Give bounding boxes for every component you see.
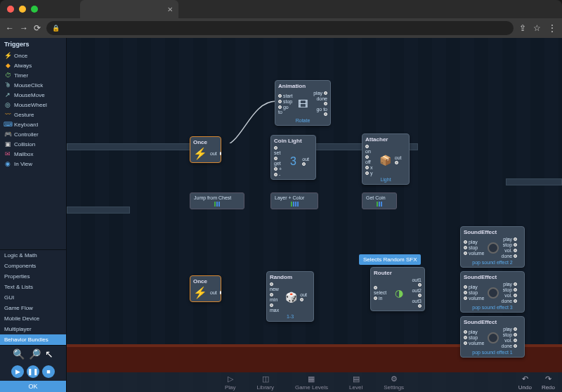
undo-button[interactable]: ↶Undo	[518, 374, 532, 391]
redo-button[interactable]: ↷Redo	[542, 374, 555, 391]
menu-icon[interactable]: ⋮	[548, 23, 556, 33]
animation-icon: 🎞	[296, 97, 309, 111]
sidebar-item-label: Always	[14, 63, 32, 69]
trigger-icon: ✉	[4, 150, 11, 157]
tab-close-icon[interactable]: ✕	[167, 6, 173, 13]
node-footer: pop sound effect 1	[464, 350, 521, 355]
sidebar-item-timer[interactable]: ⏱Timer	[0, 70, 66, 80]
sidebar-item-controller[interactable]: 🎮Controller	[0, 129, 66, 139]
sidebar-item-label: Controller	[14, 131, 39, 138]
category-item[interactable]: Text & Lists	[0, 282, 66, 292]
trigger-icon: 🎮	[4, 131, 11, 138]
trigger-icon: ◉	[4, 160, 11, 167]
comment-node[interactable]: Selects Random SFX	[359, 254, 421, 265]
titlebar: ✕	[0, 0, 562, 18]
play-icon: ▷	[228, 374, 233, 384]
node-coin-light[interactable]: Coin Light set get + - 3 out	[270, 135, 316, 180]
cursor-icon[interactable]: ↖	[45, 348, 53, 360]
levels-icon: ▦	[308, 374, 315, 384]
node-sound-effect[interactable]: SoundEffect play stop volumeplay stop vo…	[460, 271, 525, 313]
browser-tab[interactable]: ✕	[80, 0, 178, 18]
category-item[interactable]: Logic & Math	[0, 250, 66, 261]
ok-button[interactable]: OK	[0, 381, 66, 392]
sidebar-item-mailbox[interactable]: ✉Mailbox	[0, 149, 66, 159]
category-item[interactable]: Properties	[0, 271, 66, 282]
zoom-tools: 🔍 🔎 ↖	[0, 345, 66, 362]
reload-icon[interactable]: ⟳	[34, 23, 41, 33]
node-animation[interactable]: Animation start stop go to 🎞 play done g…	[275, 80, 331, 126]
node-title: Once	[193, 139, 218, 145]
maximize-window-icon[interactable]	[31, 6, 38, 13]
bb-library[interactable]: ◫Library	[256, 374, 273, 391]
browser-toolbar: ← → ⟳ 🔒 ⇪ ☆ ⋮	[0, 18, 562, 38]
category-item[interactable]: Components	[0, 261, 66, 271]
trigger-icon: ↗	[4, 91, 11, 98]
bb-levels[interactable]: ▦Game Levels	[295, 374, 328, 391]
node-get-coin[interactable]: Get Coin	[362, 192, 397, 209]
star-icon[interactable]: ☆	[533, 23, 541, 33]
traffic-lights	[7, 6, 38, 13]
router-icon: ◑	[393, 286, 405, 300]
sound-knob-icon	[488, 242, 499, 254]
trigger-icon: ◆	[4, 62, 11, 69]
sidebar-item-label: Once	[14, 53, 27, 59]
node-jump-from-chest[interactable]: Jump from Chest	[190, 192, 244, 209]
level-icon: ▤	[353, 374, 360, 384]
sidebar-item-mouseclick[interactable]: 🖱MouseClick	[0, 80, 66, 90]
category-item[interactable]: GUI	[0, 292, 66, 303]
sidebar-item-keyboard[interactable]: ⌨Keyboard	[0, 119, 66, 129]
node-once[interactable]: Once ⚡out	[190, 136, 221, 163]
sidebar-item-gesture[interactable]: 〰Gesture	[0, 110, 66, 119]
trigger-icon: ▣	[4, 141, 11, 148]
sidebar-item-in view[interactable]: ◉In View	[0, 159, 66, 169]
node-once[interactable]: Once ⚡out	[190, 275, 221, 302]
node-attacher[interactable]: Attacher on off x y 📦 out Light	[362, 133, 410, 185]
node-canvas[interactable]: Animation start stop go to 🎞 play done g…	[67, 38, 562, 392]
url-bar[interactable]: 🔒	[46, 21, 514, 35]
platform	[506, 178, 562, 185]
category-item[interactable]: Mobile Device	[0, 313, 66, 324]
node-sound-effect[interactable]: SoundEffect play stop volumeplay stop vo…	[460, 316, 525, 358]
trigger-icon: 🖱	[4, 81, 11, 89]
sidebar-item-label: Keyboard	[14, 122, 38, 128]
sidebar-item-once[interactable]: ⚡Once	[0, 51, 66, 60]
node-title: SoundEffect	[464, 319, 521, 325]
node-title: Layer + Color	[275, 195, 314, 200]
node-random[interactable]: Random new min max 🎲 out 1-3	[266, 271, 314, 322]
bb-play[interactable]: ▷Play	[225, 374, 236, 391]
forward-icon[interactable]: →	[20, 23, 28, 33]
playback-controls: ▶ ❚❚ ■	[0, 362, 66, 381]
node-sound-effect[interactable]: SoundEffect play stop volumeplay stop vo…	[460, 226, 525, 268]
bb-level[interactable]: ▤Level	[349, 374, 362, 391]
node-footer: pop sound effect 3	[464, 305, 521, 310]
category-item[interactable]: Behavior Bundles	[0, 334, 66, 345]
node-title: Router	[374, 270, 422, 276]
stop-btn[interactable]: ■	[42, 365, 55, 378]
node-footer: Light	[365, 177, 406, 182]
category-item[interactable]: Game Flow	[0, 303, 66, 313]
node-footer: 1-3	[270, 314, 311, 319]
bb-settings[interactable]: ⚙Settings	[384, 374, 404, 391]
sidebar-item-label: Collision	[14, 141, 35, 148]
play-btn[interactable]: ▶	[11, 365, 24, 378]
node-footer: Rotate	[278, 118, 327, 123]
sidebar-item-always[interactable]: ◆Always	[0, 60, 66, 70]
node-title: Animation	[278, 83, 327, 89]
minimize-window-icon[interactable]	[19, 6, 26, 13]
node-router[interactable]: Router select in ◑ out1 out2 out3	[370, 267, 425, 311]
node-title: Once	[193, 278, 218, 285]
sidebar-item-mousewheel[interactable]: ◎MouseWheel	[0, 100, 66, 110]
category-item[interactable]: Multiplayer	[0, 324, 66, 334]
node-title: Jump from Chest	[194, 195, 240, 200]
zoom-out-icon[interactable]: 🔎	[29, 348, 41, 360]
platform	[67, 207, 130, 214]
share-icon[interactable]: ⇪	[519, 23, 526, 33]
pause-btn[interactable]: ❚❚	[27, 365, 39, 378]
close-window-icon[interactable]	[7, 6, 14, 13]
zoom-in-icon[interactable]: 🔍	[13, 348, 25, 360]
back-icon[interactable]: ←	[6, 23, 14, 33]
sidebar-item-mousemove[interactable]: ↗MouseMove	[0, 90, 66, 100]
node-layer-color[interactable]: Layer + Color	[270, 192, 318, 209]
sidebar-item-label: MouseMove	[14, 92, 45, 98]
sidebar-item-collision[interactable]: ▣Collision	[0, 139, 66, 149]
